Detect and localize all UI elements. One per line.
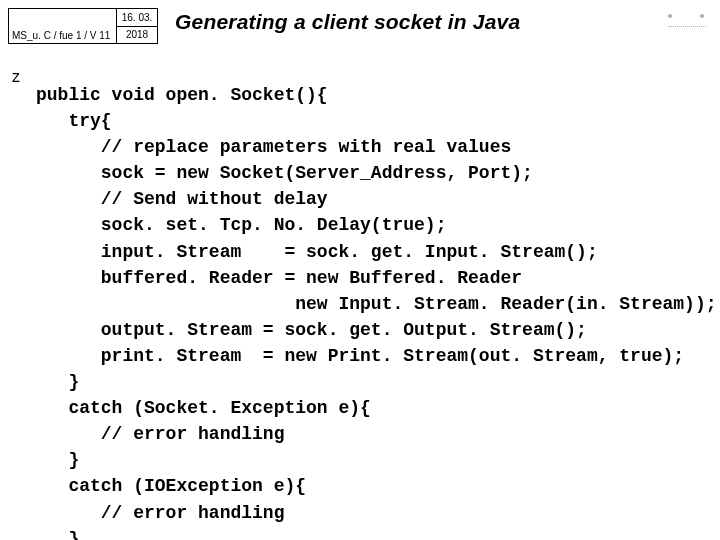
slide-title: Generating a client socket in Java: [175, 10, 660, 34]
footer-info-box: MS_u. C / fue 1 / V 11 16. 03. 2018: [8, 8, 158, 44]
footer-date-top: 16. 03.: [117, 9, 157, 27]
code-block: public void open. Socket(){ try{ // repl…: [36, 82, 717, 540]
dot-icon: [668, 14, 672, 18]
footer-date: 16. 03. 2018: [117, 9, 157, 43]
bullet-marker: z: [12, 68, 20, 86]
body: z public void open. Socket(){ try{ // re…: [12, 64, 708, 528]
dotted-line-icon: [668, 26, 706, 29]
slide: MS_u. C / fue 1 / V 11 16. 03. 2018 Gene…: [0, 0, 720, 540]
footer-label: MS_u. C / fue 1 / V 11: [9, 9, 117, 43]
footer-date-bot: 2018: [117, 27, 157, 44]
dot-icon: [700, 14, 704, 18]
decoration-dots: [668, 14, 710, 30]
